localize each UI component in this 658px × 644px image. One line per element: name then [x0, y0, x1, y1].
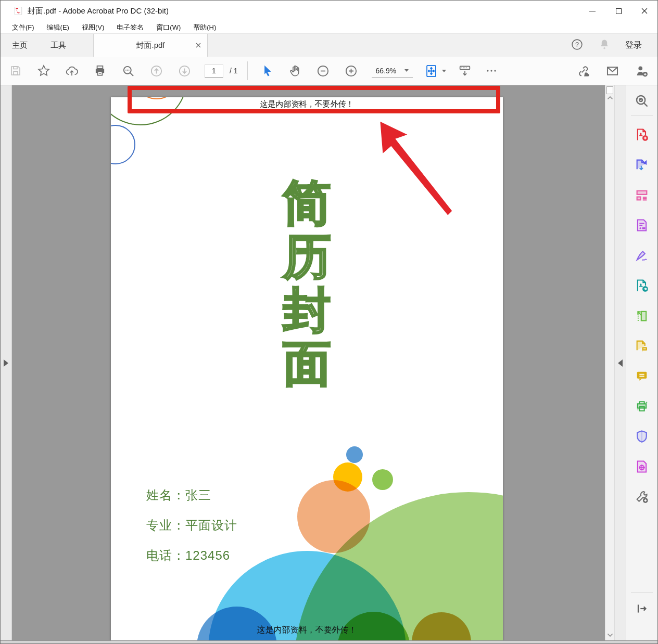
tab-bar: 主页 工具 封面.pdf ? 登录	[1, 33, 657, 57]
tab-document[interactable]: 封面.pdf	[93, 34, 208, 57]
share-cloud-button[interactable]	[64, 62, 80, 80]
next-page-button[interactable]	[176, 62, 192, 80]
menu-edit[interactable]: 编辑(E)	[41, 21, 75, 33]
create-pdf-icon	[635, 127, 649, 142]
help-button[interactable]: ?	[571, 38, 584, 53]
select-tool-button[interactable]	[259, 62, 275, 80]
tool-more-tools-button[interactable]	[633, 488, 651, 506]
minimize-button[interactable]	[579, 1, 605, 21]
tool-scan-ocr-button[interactable]	[633, 307, 651, 325]
toolbar-divider	[247, 61, 248, 80]
fit-page-icon	[424, 64, 438, 78]
left-panel-expand[interactable]	[1, 85, 12, 640]
toolbar-collapse-icon	[458, 63, 472, 78]
tool-comment-button[interactable]	[633, 367, 651, 385]
info-major-value: 平面设计	[185, 518, 237, 532]
page-up-icon	[149, 64, 163, 78]
vertical-scrollbar[interactable]	[605, 85, 614, 640]
find-button[interactable]	[120, 62, 136, 80]
more-tools-wrench-icon	[635, 490, 649, 504]
expand-left-panel-icon	[4, 359, 8, 367]
tool-protect-button[interactable]	[633, 428, 651, 445]
menu-view[interactable]: 视图(V)	[75, 21, 110, 33]
page-total-label: / 1	[230, 67, 238, 75]
scroll-down-icon[interactable]	[607, 633, 613, 637]
maximize-button[interactable]	[605, 1, 631, 21]
rail-bottom-group	[631, 592, 653, 617]
menu-esign[interactable]: 电子签名	[110, 21, 150, 33]
main-area: 这是内部资料，不要外传！ 简 历 封 面 姓名：张三 专业：平面设计 电话：12…	[1, 85, 657, 640]
zoom-caret-icon	[404, 69, 409, 72]
open-tools-pane-button[interactable]	[633, 600, 651, 617]
footer-notice-text: 这是内部资料，不要外传！	[111, 625, 503, 636]
menu-help[interactable]: 帮助(H)	[187, 21, 222, 33]
email-button[interactable]	[604, 62, 620, 80]
page-number-input[interactable]: 1	[205, 65, 223, 78]
tool-send-comments-button[interactable]	[633, 277, 651, 294]
tool-create-pdf-button[interactable]	[633, 126, 651, 144]
tab-tools[interactable]: 工具	[39, 34, 78, 57]
fill-sign-pen-icon	[635, 248, 649, 263]
share-with-people-button[interactable]	[634, 62, 649, 80]
printer-icon	[93, 64, 107, 78]
tool-search-button[interactable]	[633, 92, 651, 110]
hand-tool-button[interactable]	[287, 62, 303, 80]
zoom-level-control[interactable]: 66.9%	[372, 64, 413, 78]
more-options-button[interactable]	[484, 62, 499, 80]
info-phone-row: 电话：123456	[146, 547, 237, 561]
tab-close-button[interactable]	[196, 43, 201, 48]
redact-doc-icon	[635, 218, 649, 233]
scan-ocr-icon	[635, 308, 649, 323]
document-tab-label: 封面.pdf	[136, 41, 164, 50]
zoom-out-button[interactable]	[315, 62, 331, 80]
tool-print-production-button[interactable]	[633, 397, 651, 415]
cover-title-char: 历	[111, 230, 503, 284]
tool-pdf-standards-button[interactable]	[633, 458, 651, 475]
scrollbar-thumb[interactable]	[606, 86, 613, 94]
close-button[interactable]	[631, 1, 657, 21]
rail-divider	[631, 115, 653, 115]
right-panel-collapse[interactable]	[614, 85, 626, 640]
link-icon	[576, 64, 590, 78]
pdf-standards-icon	[635, 459, 649, 474]
ellipsis-icon	[485, 64, 498, 78]
print-button[interactable]	[92, 62, 108, 80]
cloud-upload-icon	[65, 64, 79, 78]
close-icon	[641, 8, 648, 14]
print-production-icon	[635, 399, 649, 414]
bell-icon	[598, 38, 611, 50]
search-icon	[121, 64, 135, 78]
send-for-comments-icon	[635, 278, 649, 293]
share-link-button[interactable]	[575, 62, 591, 80]
save-button[interactable]	[8, 62, 23, 80]
sign-in-button[interactable]: 登录	[625, 40, 642, 51]
favorite-button[interactable]	[36, 62, 52, 80]
tool-redact-button[interactable]	[633, 216, 651, 234]
tool-comment-doc-button[interactable]	[633, 337, 651, 355]
tool-export-pdf-button[interactable]	[633, 156, 651, 174]
notifications-button[interactable]	[598, 38, 611, 53]
fit-page-caret-icon	[442, 70, 446, 72]
envelope-icon	[605, 64, 619, 78]
tab-home[interactable]: 主页	[1, 34, 39, 57]
toolbar-collapse-button[interactable]	[458, 63, 472, 78]
pdf-page: 这是内部资料，不要外传！ 简 历 封 面 姓名：张三 专业：平面设计 电话：12…	[111, 97, 503, 640]
previous-page-button[interactable]	[148, 62, 164, 80]
rail-bottom-divider	[631, 592, 653, 593]
info-name-label: 姓名：	[146, 488, 185, 502]
document-canvas[interactable]: 这是内部资料，不要外传！ 简 历 封 面 姓名：张三 专业：平面设计 电话：12…	[12, 85, 605, 640]
menu-file[interactable]: 文件(F)	[6, 21, 41, 33]
toolbar-right-group	[562, 62, 657, 80]
scroll-up-icon[interactable]	[607, 96, 613, 100]
help-icon: ?	[571, 38, 584, 51]
zoom-in-button[interactable]	[344, 62, 359, 80]
export-pdf-icon	[635, 158, 649, 172]
pdf-file-icon	[13, 6, 23, 16]
menu-window[interactable]: 窗口(W)	[150, 21, 187, 33]
window-bottom-edge	[1, 640, 657, 643]
tool-organize-pages-button[interactable]	[633, 186, 651, 204]
fit-page-control[interactable]	[424, 64, 446, 78]
hand-icon	[288, 64, 302, 78]
tool-fill-sign-button[interactable]	[633, 247, 651, 264]
comment-bubble-icon	[635, 369, 649, 383]
